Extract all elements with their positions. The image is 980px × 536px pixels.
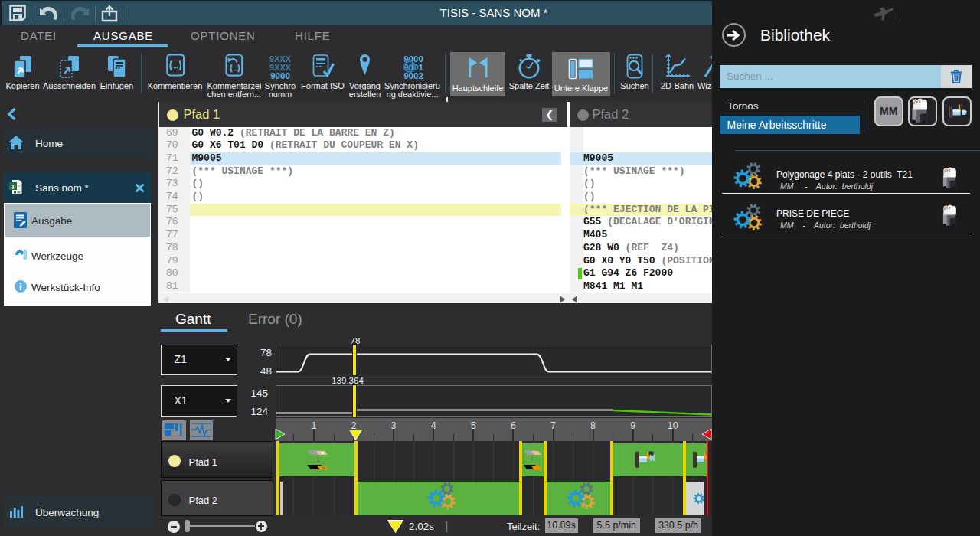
- svg-text:9000: 9000: [270, 71, 290, 80]
- svg-text:T: T: [11, 183, 15, 191]
- svg-text:9002: 9002: [403, 71, 423, 80]
